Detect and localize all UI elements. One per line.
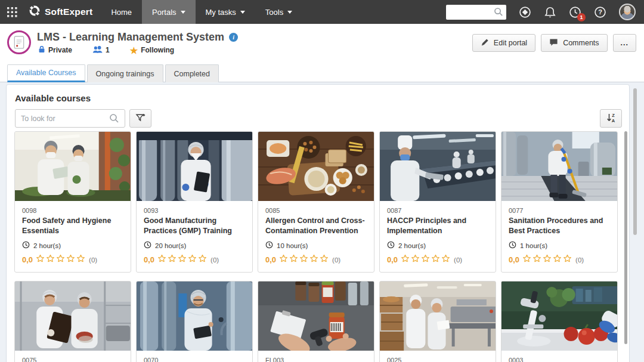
course-info: 0098Food Safety and Hygiene Essentials2 … [15, 201, 131, 272]
rating-value: 0,0 [22, 255, 33, 264]
course-info: 0075Quality Control in Food [15, 351, 131, 362]
privacy-label: Private [48, 46, 72, 54]
nav-item-my-tasks[interactable]: My tasks [196, 0, 255, 24]
rating-value: 0,0 [265, 255, 276, 264]
course-rating: 0,0(0) [387, 254, 488, 265]
info-icon[interactable]: i [229, 33, 238, 42]
page-title: LMS - Learning Management System [37, 31, 224, 44]
softexpert-logo[interactable]: SoftExpert [29, 5, 92, 19]
course-duration: 2 hour(s) [22, 241, 123, 250]
star-outline-icon[interactable] [401, 254, 410, 265]
user-avatar[interactable] [619, 4, 636, 20]
help-icon[interactable]: ? [594, 6, 606, 18]
app-grid-icon[interactable] [0, 0, 24, 24]
star-outline-icon[interactable] [411, 254, 420, 265]
star-outline-icon[interactable] [543, 254, 552, 265]
star-outline-icon[interactable] [46, 254, 55, 265]
filter-button[interactable] [129, 109, 151, 128]
star-outline-icon[interactable] [279, 254, 288, 265]
page-scrollbar[interactable] [633, 88, 637, 235]
course-info: 0077Sanitation Procedures and Best Pract… [501, 201, 617, 272]
course-card[interactable]: 0025Supplier Qualification and [379, 281, 496, 362]
course-card[interactable]: 0075Quality Control in Food [14, 281, 131, 362]
star-outline-icon[interactable] [168, 254, 177, 265]
course-duration: 10 hour(s) [265, 241, 367, 250]
pencil-icon [481, 38, 489, 48]
course-search-input[interactable] [15, 109, 125, 128]
tab-available-courses[interactable]: Available Courses [7, 64, 85, 82]
star-outline-icon[interactable] [76, 254, 85, 265]
course-info: FL003Traceability and Recall [258, 351, 374, 362]
nav-item-tools[interactable]: Tools [255, 0, 302, 24]
star-outline-icon[interactable] [421, 254, 430, 265]
course-card[interactable]: 0093Good Manufacturing Practices (GMP) T… [136, 131, 253, 273]
course-rating: 0,0(0) [509, 254, 610, 265]
rating-stars[interactable] [157, 254, 207, 265]
course-rating: 0,0(0) [22, 254, 123, 265]
star-outline-icon[interactable] [188, 254, 197, 265]
course-duration: 1 hour(s) [509, 241, 610, 250]
notifications-bell-icon[interactable] [544, 6, 556, 18]
chevron-down-icon [240, 11, 245, 14]
course-image-supplier-warehouse [380, 281, 496, 351]
members-count[interactable]: 1 [92, 46, 110, 55]
course-card[interactable]: 0085Allergen Control and Cross-Contamina… [258, 131, 374, 273]
course-list-scrollbar[interactable] [624, 131, 627, 344]
privacy-status: Private [38, 45, 72, 55]
course-code: FL003 [265, 357, 367, 362]
star-outline-icon[interactable] [289, 254, 298, 265]
quick-access-icon[interactable] [519, 6, 531, 18]
rating-count: (0) [210, 256, 219, 264]
course-card[interactable]: FL003Traceability and Recall [258, 281, 374, 362]
course-card[interactable]: 0087HACCP Principles and Implementation2… [379, 131, 496, 273]
more-options-button[interactable]: ... [613, 34, 636, 52]
svg-text:Z: Z [612, 113, 615, 118]
star-outline-icon[interactable] [309, 254, 318, 265]
course-duration: 20 hour(s) [144, 241, 245, 250]
star-outline-icon[interactable] [563, 254, 572, 265]
comments-button[interactable]: Comments [541, 34, 607, 52]
rating-stars[interactable] [36, 254, 85, 265]
star-outline-icon[interactable] [36, 254, 45, 265]
course-image-production-line-worker [380, 132, 496, 201]
course-info: 0003Food Defense Awareness and [501, 351, 617, 362]
star-outline-icon[interactable] [522, 254, 531, 265]
sort-za-icon: ZA [606, 112, 617, 125]
star-outline-icon[interactable] [198, 254, 207, 265]
rating-count: (0) [575, 256, 584, 264]
rating-stars[interactable] [401, 254, 450, 265]
star-outline-icon[interactable] [532, 254, 541, 265]
brand-text: SoftExpert [45, 7, 92, 17]
star-outline-icon[interactable] [178, 254, 187, 265]
star-outline-icon[interactable] [56, 254, 65, 265]
star-outline-icon[interactable] [553, 254, 562, 265]
following-label: Following [141, 46, 174, 54]
course-title: Sanitation Procedures and Best Practices [509, 216, 610, 236]
star-outline-icon[interactable] [299, 254, 308, 265]
rating-stars[interactable] [522, 254, 572, 265]
nav-item-portals[interactable]: Portals [142, 0, 195, 24]
clock-icon [509, 241, 516, 250]
course-code: 0025 [387, 357, 488, 362]
portal-tabbar: Available CoursesOngoing trainingsComple… [0, 64, 644, 82]
my-activities-icon[interactable]: 1 [569, 6, 581, 18]
course-card[interactable]: 0070Internal Audits for Food Safety [136, 281, 253, 362]
members-count-value: 1 [106, 46, 110, 54]
course-card[interactable]: 0077Sanitation Procedures and Best Pract… [501, 131, 618, 273]
star-outline-icon[interactable] [431, 254, 440, 265]
star-outline-icon[interactable] [441, 254, 450, 265]
rating-stars[interactable] [279, 254, 329, 265]
course-card-grid: 0098Food Safety and Hygiene Essentials2 … [14, 131, 618, 362]
star-outline-icon[interactable] [157, 254, 166, 265]
following-status[interactable]: ★ Following [130, 46, 174, 55]
tab-ongoing-trainings[interactable]: Ongoing trainings [87, 64, 163, 82]
edit-portal-button[interactable]: Edit portal [472, 34, 535, 52]
star-outline-icon[interactable] [320, 254, 329, 265]
course-card[interactable]: 0003Food Defense Awareness and [501, 281, 618, 362]
nav-item-home[interactable]: Home [101, 0, 142, 24]
star-outline-icon[interactable] [66, 254, 75, 265]
tab-completed[interactable]: Completed [165, 64, 219, 82]
course-card[interactable]: 0098Food Safety and Hygiene Essentials2 … [14, 131, 131, 273]
sort-button[interactable]: ZA [600, 109, 622, 128]
svg-text:A: A [611, 118, 615, 123]
